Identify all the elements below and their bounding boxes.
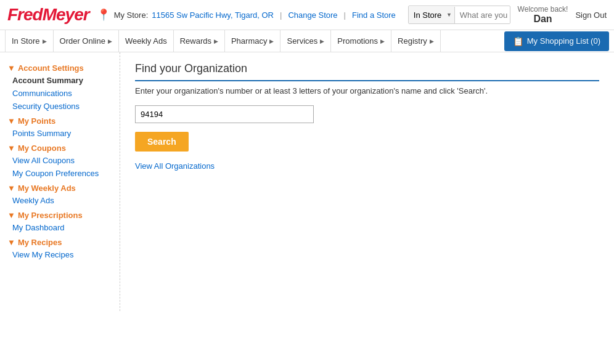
org-search-button[interactable]: Search: [135, 132, 189, 152]
search-bar: In Store Online 🔍: [408, 6, 510, 24]
nav-item-rewards[interactable]: Rewards ▶: [174, 30, 225, 52]
nav-item-order-online[interactable]: Order Online ▶: [54, 30, 119, 52]
description-text: Enter your organization's number or at l…: [135, 86, 599, 95]
sidebar-link-view-all-coupons[interactable]: View All Coupons: [0, 154, 120, 167]
nav-arrow: ▶: [430, 38, 434, 44]
nav-arrow: ▶: [380, 38, 385, 44]
sidebar-link-points-summary[interactable]: Points Summary: [0, 127, 120, 140]
nav-bar: In Store ▶ Order Online ▶ Weekly Ads Rew…: [0, 30, 614, 52]
store-address-link[interactable]: 11565 Sw Pacific Hwy, Tigard, OR: [152, 10, 274, 20]
nav-arrow: ▶: [269, 38, 274, 44]
sidebar-section-title-prescriptions[interactable]: ▼ My Prescriptions: [0, 207, 120, 221]
search-input[interactable]: [455, 7, 510, 23]
sidebar-section-title-recipes[interactable]: ▼ My Recipes: [0, 234, 120, 248]
sidebar: ▼ Account Settings Account Summary Commu…: [0, 52, 120, 311]
sidebar-arrow-points: ▼: [7, 116, 15, 126]
nav-arrow: ▶: [43, 38, 47, 44]
sidebar-section-title-coupons[interactable]: ▼ My Coupons: [0, 140, 120, 154]
welcome-area: Welcome back! Dan Sign Out: [518, 5, 607, 25]
find-store-link[interactable]: Find a Store: [352, 10, 396, 20]
sidebar-arrow-prescriptions: ▼: [7, 211, 15, 220]
sidebar-arrow-weekly-ads: ▼: [7, 184, 15, 193]
nav-item-services[interactable]: Services ▶: [280, 30, 331, 52]
sidebar-section-my-recipes: ▼ My Recipes View My Recipes: [0, 234, 120, 261]
nav-item-in-store[interactable]: In Store ▶: [5, 30, 54, 52]
view-all-organizations-link[interactable]: View All Organizations: [135, 161, 599, 171]
nav-arrow: ▶: [108, 38, 112, 44]
sidebar-section-my-coupons: ▼ My Coupons View All Coupons My Coupon …: [0, 140, 120, 180]
sidebar-section-my-weekly-ads: ▼ My Weekly Ads Weekly Ads: [0, 180, 120, 207]
sidebar-link-communications[interactable]: Communications: [0, 87, 120, 100]
sidebar-section-title-points[interactable]: ▼ My Points: [0, 113, 120, 127]
store-info: 📍 My Store: 11565 Sw Pacific Hwy, Tigard…: [97, 8, 396, 22]
sidebar-arrow-recipes: ▼: [7, 238, 15, 247]
welcome-text: Welcome back! Dan: [518, 5, 568, 25]
sidebar-section-title-weekly-ads[interactable]: ▼ My Weekly Ads: [0, 180, 120, 194]
sidebar-link-coupon-preferences[interactable]: My Coupon Preferences: [0, 167, 120, 180]
page-title: Find your Organization: [135, 62, 599, 81]
sidebar-section-my-prescriptions: ▼ My Prescriptions My Dashboard: [0, 207, 120, 234]
search-type-wrapper: In Store Online: [409, 7, 455, 23]
sidebar-section-account-settings: ▼ Account Settings Account Summary Commu…: [0, 60, 120, 113]
sidebar-link-view-my-recipes[interactable]: View My Recipes: [0, 248, 120, 261]
nav-item-pharmacy[interactable]: Pharmacy ▶: [225, 30, 281, 52]
content-area: Find your Organization Enter your organi…: [120, 52, 614, 311]
sidebar-section-title-account[interactable]: ▼ Account Settings: [0, 60, 120, 74]
sidebar-link-account-summary[interactable]: Account Summary: [0, 74, 120, 87]
org-number-input[interactable]: [135, 105, 314, 123]
shopping-list-icon: 📋: [513, 36, 523, 46]
nav-item-registry[interactable]: Registry ▶: [391, 30, 441, 52]
search-type-select[interactable]: In Store Online: [409, 7, 455, 23]
user-name: Dan: [518, 14, 568, 25]
top-bar: FredMeyer 📍 My Store: 11565 Sw Pacific H…: [0, 0, 614, 30]
nav-arrow: ▶: [214, 38, 218, 44]
logo: FredMeyer: [7, 5, 89, 25]
sidebar-link-my-dashboard[interactable]: My Dashboard: [0, 221, 120, 234]
logo-text: FredMeyer: [7, 5, 89, 24]
pin-icon: 📍: [97, 8, 110, 22]
sidebar-arrow-coupons: ▼: [7, 144, 15, 153]
nav-item-promotions[interactable]: Promotions ▶: [331, 30, 391, 52]
store-label: My Store:: [114, 10, 149, 20]
main-layout: ▼ Account Settings Account Summary Commu…: [0, 52, 614, 311]
nav-item-weekly-ads[interactable]: Weekly Ads: [119, 30, 174, 52]
sign-out-link[interactable]: Sign Out: [575, 10, 607, 20]
sidebar-arrow-account: ▼: [7, 63, 15, 73]
sidebar-section-my-points: ▼ My Points Points Summary: [0, 113, 120, 140]
change-store-link[interactable]: Change Store: [288, 10, 337, 20]
shopping-list-button[interactable]: 📋 My Shopping List (0): [504, 31, 609, 51]
sidebar-link-weekly-ads[interactable]: Weekly Ads: [0, 194, 120, 207]
sidebar-link-security-questions[interactable]: Security Questions: [0, 100, 120, 113]
nav-arrow: ▶: [320, 38, 324, 44]
